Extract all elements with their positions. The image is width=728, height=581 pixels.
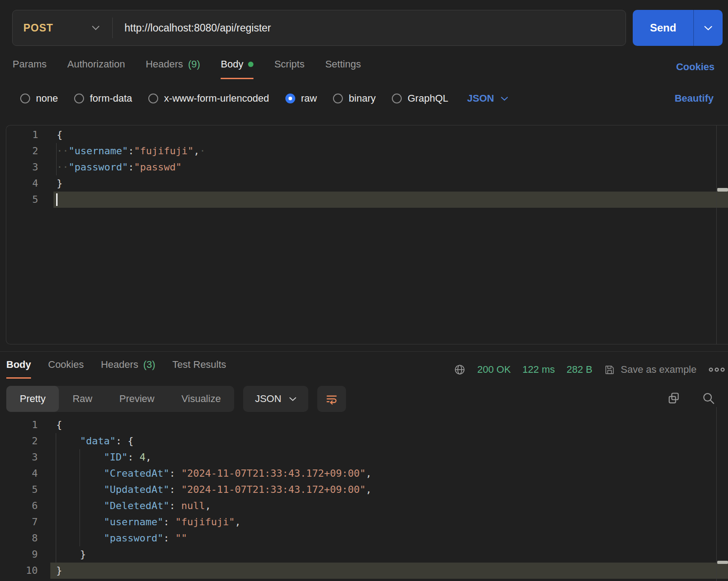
line-content: "CreatedAt": "2024-11-07T21:33:43.172+09… xyxy=(56,465,372,482)
response-tab-headers[interactable]: Headers(3) xyxy=(101,359,155,379)
body-type-radio-label: form-data xyxy=(90,93,132,104)
body-type-radio-binary[interactable]: binary xyxy=(333,93,376,104)
response-tab-label: Test Results xyxy=(173,359,226,371)
line-number: 1 xyxy=(0,417,38,433)
body-type-radio-form-data[interactable]: form-data xyxy=(74,93,132,104)
code-line-5[interactable]: 5 "UpdatedAt": "2024-11-07T21:33:43.172+… xyxy=(0,482,728,498)
line-content: "data": { xyxy=(56,433,133,449)
code-line-6[interactable]: 6 "DeletedAt": null, xyxy=(0,498,728,514)
copy-icon[interactable] xyxy=(667,391,681,405)
line-number: 9 xyxy=(0,546,38,563)
line-content: "password": "" xyxy=(56,530,187,546)
chevron-down-icon xyxy=(289,397,297,402)
line-number: 6 xyxy=(0,498,38,514)
code-line-1[interactable]: 1{ xyxy=(0,417,728,433)
request-tab-params[interactable]: Params xyxy=(13,58,47,79)
radio-circle-icon xyxy=(148,94,158,103)
wrap-text-icon xyxy=(325,392,338,406)
code-line-4[interactable]: 4 "CreatedAt": "2024-11-07T21:33:43.172+… xyxy=(0,465,728,482)
body-type-radio-label: binary xyxy=(349,93,376,104)
line-number: 2 xyxy=(6,143,38,159)
radio-circle-icon xyxy=(392,94,402,103)
response-actions xyxy=(667,391,715,405)
code-line-9[interactable]: 9 } xyxy=(0,546,728,563)
line-number: 3 xyxy=(0,449,38,465)
response-scrollbar-thumb[interactable] xyxy=(717,561,728,564)
body-type-radio-none[interactable]: none xyxy=(20,93,58,104)
response-body-viewer[interactable]: 1{2 "data": {3 "ID": 4,4 "CreatedAt": "2… xyxy=(0,407,728,581)
line-number: 4 xyxy=(6,175,38,192)
code-line-3[interactable]: 3··"password":"passwd" xyxy=(6,159,728,175)
code-line-3[interactable]: 3 "ID": 4, xyxy=(0,449,728,465)
editor-scrollbar-thumb[interactable] xyxy=(717,188,728,192)
request-tab-settings[interactable]: Settings xyxy=(325,58,361,79)
chevron-down-icon xyxy=(501,96,508,101)
code-line-10[interactable]: 10} xyxy=(0,563,728,579)
body-type-radio-x-www-form-urlencoded[interactable]: x-www-form-urlencoded xyxy=(148,93,269,104)
response-tab-cookies[interactable]: Cookies xyxy=(48,359,84,379)
request-tab-body[interactable]: Body xyxy=(221,58,253,79)
save-as-example-button[interactable]: Save as example xyxy=(604,364,697,375)
line-number: 3 xyxy=(6,159,38,175)
response-tab-body[interactable]: Body xyxy=(6,359,31,379)
response-meta: 200 OK 122 ms 282 B Save as example xyxy=(454,360,725,380)
save-icon xyxy=(604,364,615,375)
body-format-select[interactable]: JSON xyxy=(467,93,509,104)
line-content: ··"password":"passwd" xyxy=(57,159,182,175)
body-format-label: JSON xyxy=(467,93,494,104)
code-line-2[interactable]: 2 "data": { xyxy=(0,433,728,449)
request-tab-label: Headers xyxy=(146,58,183,70)
line-content: { xyxy=(57,127,62,143)
line-content: } xyxy=(56,563,62,579)
send-button-group: Send xyxy=(633,10,723,46)
code-line-7[interactable]: 7 "username": "fujifuji", xyxy=(0,514,728,530)
line-content: } xyxy=(57,175,62,192)
more-options-icon[interactable] xyxy=(708,367,725,372)
radio-circle-icon xyxy=(20,94,30,103)
line-content: "username": "fujifuji", xyxy=(56,514,241,530)
response-time: 122 ms xyxy=(523,364,555,375)
line-number: 10 xyxy=(0,563,38,579)
code-line-1[interactable]: 1{ xyxy=(6,127,728,143)
request-tabs: ParamsAuthorizationHeaders(9)BodyScripts… xyxy=(0,58,728,79)
line-content: { xyxy=(56,417,62,433)
radio-circle-icon xyxy=(285,94,295,103)
line-content: "UpdatedAt": "2024-11-07T21:33:43.172+09… xyxy=(56,482,372,498)
url-input[interactable]: http://localhost:8080/api/register xyxy=(113,22,271,34)
line-number: 1 xyxy=(6,127,38,143)
editor-scroll-track xyxy=(716,125,717,344)
body-type-radio-graphql[interactable]: GraphQL xyxy=(392,93,448,104)
response-tab-test-results[interactable]: Test Results xyxy=(173,359,226,379)
code-line-8[interactable]: 8 "password": "" xyxy=(0,530,728,546)
indent-guide xyxy=(56,433,56,563)
request-tab-count-badge: (9) xyxy=(188,58,200,70)
line-number: 8 xyxy=(0,530,38,546)
request-tab-label: Authorization xyxy=(67,58,125,70)
text-cursor xyxy=(56,193,58,206)
send-button[interactable]: Send xyxy=(633,10,694,46)
code-line-4[interactable]: 4} xyxy=(6,175,728,192)
beautify-link[interactable]: Beautify xyxy=(675,93,714,104)
request-tab-scripts[interactable]: Scripts xyxy=(274,58,304,79)
search-icon[interactable] xyxy=(701,391,715,405)
radio-circle-icon xyxy=(333,94,343,103)
request-body-editor[interactable]: 1{2··"username":"fujifuji",·3··"password… xyxy=(6,125,728,344)
send-options-button[interactable] xyxy=(694,10,723,46)
response-format-label: JSON xyxy=(255,393,281,405)
body-type-radio-raw[interactable]: raw xyxy=(285,93,317,104)
response-tab-label: Body xyxy=(6,359,31,371)
code-line-5[interactable]: 5 xyxy=(6,192,728,208)
line-number: 7 xyxy=(0,514,38,530)
response-size: 282 B xyxy=(567,364,593,375)
cookies-link[interactable]: Cookies xyxy=(676,61,715,73)
response-tab-count-badge: (3) xyxy=(143,359,155,371)
request-tab-headers[interactable]: Headers(9) xyxy=(146,58,200,79)
method-select[interactable]: POST xyxy=(13,22,112,34)
request-tab-authorization[interactable]: Authorization xyxy=(67,58,125,79)
divider xyxy=(0,351,728,352)
globe-icon xyxy=(454,364,466,375)
line-number: 4 xyxy=(0,465,38,482)
code-line-2[interactable]: 2··"username":"fujifuji",· xyxy=(6,143,728,159)
request-tab-label: Body xyxy=(221,58,243,70)
line-content: } xyxy=(56,546,86,563)
